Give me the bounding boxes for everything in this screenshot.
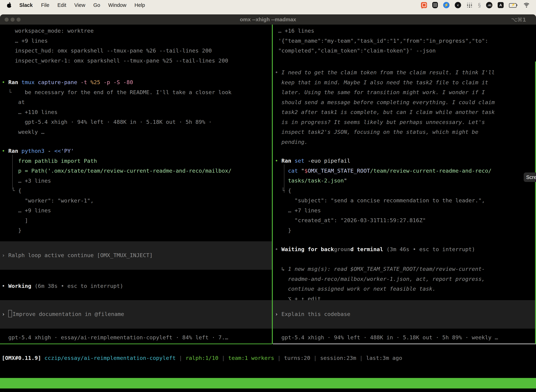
text-segment: •: [275, 158, 281, 164]
menu-item-go[interactable]: Go: [93, 2, 100, 8]
text-segment: └: [275, 187, 288, 194]
text-segment: •: [2, 283, 8, 289]
terminal-line: }: [275, 226, 536, 234]
text-segment: Ran: [281, 158, 291, 164]
text-segment: set: [295, 158, 304, 164]
terminal-line: • I need to get the claim token from the…: [275, 68, 536, 76]
prompt-input[interactable]: › Improve documentation in @filename: [0, 300, 272, 329]
text-segment: [35, 79, 38, 85]
text-segment: |: [274, 355, 284, 361]
right-pane-bottom-border: [273, 344, 536, 344]
text-segment: cczip/essay/ai-reimplementation-copyleft: [44, 355, 176, 361]
text-segment: turns:20: [284, 355, 310, 361]
text-segment: gpt-5.4 xhigh · essay/ai-reimplementatio…: [2, 334, 228, 341]
text-segment: task2 after task1 is complete, but can I…: [275, 109, 495, 115]
terminal-line: cat "$OMX_TEAM_STATE_ROOT/team/review-cu…: [275, 167, 536, 175]
pane-divider[interactable]: [272, 25, 273, 344]
text-segment: '{"team_name":"my-team","task_id":"1","f…: [275, 37, 488, 44]
terminal-line: "subject": "send a concise recommendatio…: [275, 196, 536, 205]
text-segment: tasks/task-2.json: [275, 177, 344, 184]
menu-item-edit[interactable]: Edit: [57, 2, 66, 8]
terminal-line: • Waiting for background terminal (3m 46…: [275, 245, 536, 253]
text-segment: [291, 158, 295, 164]
window-title-bar[interactable]: omx --xhigh --madmax ⌥⌘1: [0, 14, 536, 25]
text-segment: |: [310, 355, 320, 361]
text-segment: $: [304, 168, 308, 174]
terminal-line: weekly …: [2, 128, 272, 136]
text-segment: groun: [334, 246, 350, 252]
tmux-status-bar: [omx-cczip0:bash* "MacBook-Pro-44.local"…: [0, 378, 536, 388]
terminal-line: … +110 lines: [2, 108, 272, 116]
terminal-line: › Ralph loop active continue [OMX_TMUX_I…: [2, 251, 272, 259]
text-segment: [18, 148, 21, 154]
hook-icon[interactable]: §: [478, 2, 481, 9]
text-segment: later. Using the same for transition mig…: [275, 89, 485, 95]
terminal-line: at: [2, 98, 272, 106]
terminal-line: … +16 lines: [275, 27, 536, 35]
apple-icon[interactable]: [7, 2, 12, 8]
terminal-line: "worker": "worker-1",: [2, 196, 272, 205]
terminal-line: • Ran tmux capture-pane -t %25 -p -S -80: [2, 78, 272, 86]
terminal-line: gpt-5.4 xhigh · 94% left · 488K in · 5.1…: [275, 333, 536, 341]
text-segment: <<: [54, 148, 61, 154]
text-segment: ↳: [275, 266, 288, 272]
menu-item-slack[interactable]: Slack: [19, 2, 33, 8]
chat-app-icon[interactable]: [421, 2, 427, 8]
text-segment: [18, 79, 21, 85]
badge-61-icon[interactable]: ..61: [486, 2, 492, 8]
text-segment: [41, 355, 44, 361]
text-segment: … +9 lines: [2, 207, 51, 214]
text-segment: … +3 lines: [2, 177, 51, 184]
text-segment: last:3m ago: [366, 355, 402, 361]
text-segment: tmux: [21, 79, 35, 85]
terminal-line: inspect_worker-1: omx sparkshell --tmux-…: [2, 56, 272, 65]
menu-item-help[interactable]: Help: [134, 2, 145, 8]
text-segment: "completed","claim_token":"claim-token"}…: [275, 47, 436, 54]
terminal-line: keep that in mind. Maybe I also need the…: [275, 78, 536, 86]
media-circle-icon[interactable]: ‹: [455, 2, 461, 8]
terminal-line: "created_at": "2026-03-31T11:59:27.816Z": [275, 216, 536, 224]
wifi-icon[interactable]: [523, 2, 530, 8]
text-segment: be necessary for the end of the README. …: [12, 89, 231, 95]
text-segment: Improve documentation in @filename: [13, 311, 124, 317]
menu-item-file[interactable]: File: [41, 2, 49, 8]
text-segment: gpt-5.4 xhigh · 94% left · 488K in · 5.1…: [2, 119, 212, 125]
text-segment: … +16 lines: [275, 28, 314, 34]
prompt-input[interactable]: › Explain this codebase: [273, 300, 536, 329]
terminal-line: inspect_hud: omx sparkshell --tmux-pane …: [2, 47, 272, 55]
text-segment: •: [275, 69, 281, 75]
terminal-line: pending.: [275, 138, 536, 146]
dots-grid-icon[interactable]: [466, 2, 473, 8]
text-segment: [298, 168, 301, 174]
text-segment: -t: [81, 79, 87, 85]
menu-item-view[interactable]: View: [74, 2, 85, 8]
messages-badge-icon[interactable]: ⚡: [443, 2, 450, 8]
terminal-line: should send a message before completing …: [275, 98, 536, 106]
left-pane-bottom-border: [0, 344, 272, 344]
text-segment: ralph:1/10: [186, 355, 218, 361]
text-segment: ›: [2, 311, 8, 317]
terminal-line: └ be necessary for the end of the README…: [2, 88, 272, 96]
window-shortcut-hint: ⌥⌘1: [511, 17, 526, 23]
right-terminal-pane[interactable]: … +16 lines '{"team_name":"my-team","tas…: [273, 25, 536, 344]
terminal-line: later. Using the same for transition mig…: [275, 88, 536, 96]
terminal-line: • Working (6m 38s • esc to interrupt): [2, 282, 272, 290]
keypad-shield-icon[interactable]: [432, 2, 438, 8]
menu-bar: Slack File Edit View Go Window Help ⚡ ‹ …: [0, 0, 536, 10]
text-segment: pending.: [275, 139, 308, 145]
battery-charging-icon[interactable]: ⚡: [509, 3, 518, 7]
text-segment: team:1 workers: [228, 355, 274, 361]
terminal-line: }: [2, 226, 272, 234]
menu-item-window[interactable]: Window: [108, 2, 126, 8]
terminal-line: p = Path('.omx/state/team/review-current…: [2, 167, 272, 175]
left-terminal-pane[interactable]: workspace_mode: worktree … +9 lines insp…: [0, 25, 272, 344]
input-source-a-icon[interactable]: A: [498, 2, 504, 8]
right-edge-border: [535, 61, 536, 344]
text-segment: [87, 79, 90, 85]
screenshot-tooltip[interactable]: Scre: [524, 173, 536, 182]
text-segment: /team/review-current-readme-and-reco/: [370, 168, 492, 174]
text-segment: Ran: [8, 79, 18, 85]
text-segment: … +110 lines: [2, 109, 57, 115]
text-segment: |: [218, 355, 228, 361]
terminal-line: • Ran python3 - <<'PY': [2, 147, 272, 155]
